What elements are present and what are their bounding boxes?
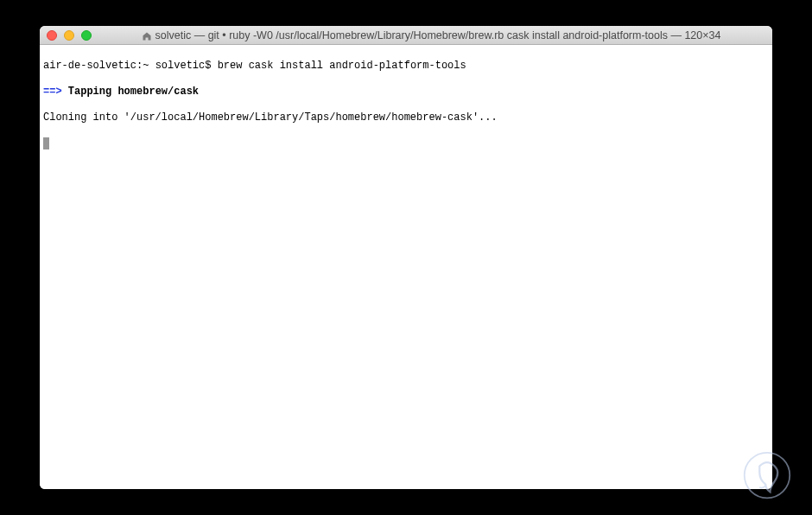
watermark-logo — [743, 451, 791, 499]
home-icon — [142, 30, 152, 41]
status-arrow: ==> — [43, 86, 62, 98]
prompt-path: ~ — [143, 60, 149, 72]
close-icon[interactable] — [47, 30, 57, 41]
prompt-host: air-de-solvetic: — [43, 60, 143, 72]
cursor — [43, 137, 49, 149]
terminal-line: air-de-solvetic:~ solvetic$ brew cask in… — [43, 60, 769, 73]
status-text: Tapping homebrew/cask — [68, 86, 199, 98]
terminal-line: ==> Tapping homebrew/cask — [43, 86, 769, 99]
svg-point-0 — [745, 453, 790, 499]
terminal-window: solvetic — git • ruby -W0 /usr/local/Hom… — [40, 26, 772, 489]
terminal-line — [43, 137, 769, 150]
terminal-body[interactable]: air-de-solvetic:~ solvetic$ brew cask in… — [40, 45, 772, 489]
command-text: brew cask install android-platform-tools — [218, 60, 466, 72]
titlebar[interactable]: solvetic — git • ruby -W0 /usr/local/Hom… — [40, 26, 772, 45]
traffic-lights — [47, 30, 92, 41]
minimize-icon[interactable] — [64, 30, 74, 41]
terminal-line: Cloning into '/usr/local/Homebrew/Librar… — [43, 111, 769, 124]
prompt-user: solvetic$ — [155, 60, 212, 72]
maximize-icon[interactable] — [81, 30, 92, 41]
window-title: solvetic — git • ruby -W0 /usr/local/Hom… — [155, 29, 721, 41]
title-container: solvetic — git • ruby -W0 /usr/local/Hom… — [97, 29, 765, 41]
